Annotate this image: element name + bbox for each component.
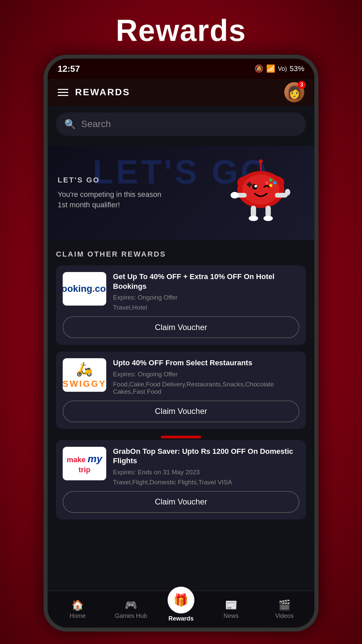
- app-header-title: REWARDS: [75, 87, 130, 98]
- status-time: 12:57: [58, 64, 80, 74]
- nav-item-rewards[interactable]: 🎁 Rewards: [168, 587, 194, 622]
- status-bar: 12:57 🔕 📶 Vo) 53%: [48, 59, 314, 79]
- svg-point-15: [263, 216, 273, 221]
- status-icons: 🔕 📶 Vo) 53%: [254, 64, 304, 73]
- booking-logo: Booking.com: [63, 272, 106, 306]
- svg-point-5: [254, 185, 257, 187]
- mmt-expiry: Expires: Ends on 31 May 2023: [113, 469, 299, 476]
- mmt-info: GrabOn Top Saver: Upto Rs 1200 OFF On Do…: [113, 447, 299, 486]
- reward-card-swiggy[interactable]: 🛵 SWIGGY Upto 40% OFF From Select Restau…: [56, 352, 306, 429]
- mute-icon: 🔕: [254, 64, 263, 73]
- videos-icon: 🎬: [278, 599, 291, 611]
- booking-title: Get Up To 40% OFF + Extra 10% OFF On Hot…: [113, 272, 299, 291]
- nav-item-home[interactable]: 🏠 Home: [61, 599, 95, 620]
- wifi-icon: 📶: [266, 64, 275, 73]
- hero-banner: LET'S GO LET'S GO You're competing in th…: [48, 146, 314, 240]
- hero-mascot: [217, 149, 304, 236]
- hero-text-content: LET'S GO You're competing in this season…: [58, 176, 217, 210]
- reward-card-mmt[interactable]: make my trip GrabOn Top Saver: Upto Rs 1…: [56, 440, 306, 520]
- rewards-section: CLAIM OTHER REWARDS Booking.com Get Up T…: [48, 243, 314, 533]
- nav-item-news[interactable]: 📰 News: [214, 599, 248, 620]
- svg-rect-13: [265, 206, 271, 217]
- red-divider: [161, 436, 201, 438]
- svg-point-9: [265, 181, 268, 184]
- search-placeholder-text: Search: [81, 119, 111, 129]
- battery-icon: 53%: [290, 64, 304, 73]
- hamburger-menu[interactable]: [58, 89, 68, 96]
- svg-point-18: [285, 189, 290, 196]
- svg-point-3: [242, 174, 279, 205]
- swiggy-title: Upto 40% OFF From Select Restaurants: [113, 358, 299, 368]
- section-title: CLAIM OTHER REWARDS: [56, 250, 306, 259]
- app-header: REWARDS 👩 3: [48, 79, 314, 106]
- home-label: Home: [70, 612, 86, 620]
- svg-point-20: [259, 159, 263, 163]
- rewards-nav-icon-bg: 🎁: [168, 587, 194, 613]
- games-label: Games Hub: [115, 612, 147, 620]
- reward-card-booking[interactable]: Booking.com Get Up To 40% OFF + Extra 10…: [56, 265, 306, 345]
- nav-item-videos[interactable]: 🎬 Videos: [267, 599, 301, 620]
- mmt-tags: Travel,Flight,Domestic Flights,Travel VI…: [113, 479, 299, 486]
- swiggy-expiry: Expires: Ongoing Offer: [113, 371, 299, 378]
- search-icon: 🔍: [64, 119, 76, 130]
- booking-info: Get Up To 40% OFF + Extra 10% OFF On Hot…: [113, 272, 299, 311]
- news-icon: 📰: [225, 599, 237, 611]
- home-icon: 🏠: [71, 599, 84, 611]
- svg-point-8: [269, 178, 273, 182]
- content-scroll[interactable]: 🔍 Search LET'S GO LET'S GO You're compet…: [48, 106, 314, 591]
- bottom-nav: 🏠 Home 🎮 Games Hub 🎁 Rewards 📰 News 🎬 Vi…: [48, 591, 314, 628]
- swiggy-info: Upto 40% OFF From Select Restaurants Exp…: [113, 358, 299, 395]
- svg-rect-11: [248, 182, 250, 187]
- swiggy-tags: Food,Cake,Food Delivery,Restaurants,Snac…: [113, 381, 299, 395]
- hero-subtitle: LET'S GO: [58, 176, 217, 184]
- booking-expiry: Expires: Ongoing Offer: [113, 294, 299, 301]
- hero-description: You're competing in this season1st month…: [58, 190, 217, 210]
- svg-rect-12: [251, 206, 256, 217]
- mmt-title: GrabOn Top Saver: Upto Rs 1200 OFF On Do…: [113, 447, 299, 466]
- page-title: Rewards: [116, 13, 246, 48]
- booking-tags: Travel,Hotel: [113, 304, 299, 311]
- news-label: News: [224, 612, 239, 620]
- phone-frame: 12:57 🔕 📶 Vo) 53% REWARDS 👩 3: [44, 55, 318, 632]
- swiggy-logo: 🛵 SWIGGY: [63, 358, 106, 392]
- search-container: 🔍 Search: [48, 106, 314, 143]
- svg-point-14: [249, 216, 258, 221]
- svg-point-6: [269, 184, 273, 187]
- booking-claim-btn[interactable]: Claim Voucher: [63, 316, 299, 338]
- videos-label: Videos: [275, 612, 294, 620]
- mmt-claim-btn[interactable]: Claim Voucher: [63, 491, 299, 513]
- svg-point-21: [231, 192, 239, 199]
- avatar-badge: 3: [298, 81, 306, 89]
- swiggy-claim-btn[interactable]: Claim Voucher: [63, 400, 299, 422]
- mmt-logo: make my trip: [63, 447, 106, 480]
- svg-point-7: [273, 181, 277, 184]
- search-bar[interactable]: 🔍 Search: [56, 112, 306, 136]
- avatar-wrapper[interactable]: 👩 3: [284, 82, 304, 102]
- signal-icon: Vo): [278, 65, 287, 72]
- rewards-nav-label: Rewards: [168, 615, 193, 622]
- games-icon: 🎮: [125, 599, 137, 611]
- nav-item-games[interactable]: 🎮 Games Hub: [114, 599, 148, 620]
